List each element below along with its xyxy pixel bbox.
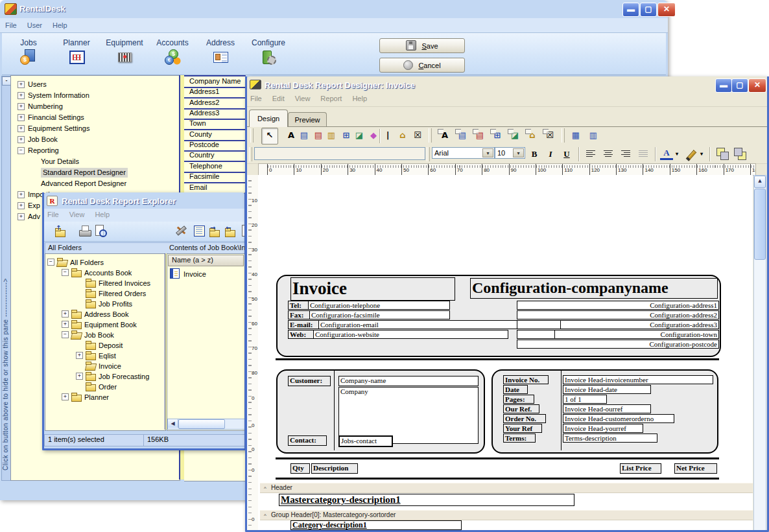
field-row-postcode[interactable]: Postcode	[184, 140, 250, 152]
maximize-button[interactable]: ▢	[640, 3, 657, 17]
highlight-arrow-icon[interactable]: ▾	[698, 147, 705, 161]
label-customer[interactable]: Customer:	[288, 376, 331, 386]
tree-item-your-details[interactable]: Your Details	[11, 156, 180, 167]
field-telephone[interactable]: Configuration-telephone	[308, 301, 450, 310]
highlight-button[interactable]	[685, 147, 698, 161]
print-icon[interactable]	[78, 224, 93, 239]
band-group-header-0[interactable]: ^Group Header[0]: Mastercategory-sortord…	[260, 510, 753, 520]
field-blank-2[interactable]	[517, 330, 557, 339]
tree-expand-icon[interactable]: +	[18, 103, 25, 110]
report-design-canvas[interactable]: Invoice Configuration-companyname Tel: C…	[258, 175, 753, 532]
folder-item-filtered-orders[interactable]: Filtered Orders	[45, 288, 165, 298]
field-order-no[interactable]: Invoice Head-customerorderno	[563, 414, 674, 423]
designer-menu-view[interactable]: View	[290, 93, 316, 104]
field-mastercategory[interactable]: Mastercategory-description1	[279, 494, 574, 506]
explorer-menu-view[interactable]: View	[64, 209, 90, 220]
tree-expand-icon[interactable]: +	[18, 114, 25, 121]
minimize-button[interactable]: ▬	[622, 3, 639, 17]
folder-item-order[interactable]: Order	[45, 382, 165, 391]
db-memo-tool-icon[interactable]: ▤	[454, 128, 471, 145]
font-family-select[interactable]: Arial ▾	[432, 147, 495, 159]
tree-item-users[interactable]: +Users	[11, 79, 180, 89]
designer-close-button[interactable]: ✕	[748, 78, 766, 93]
field-row-facsimile[interactable]: Facsimile	[184, 172, 250, 183]
field-email[interactable]: Configuration-email	[318, 320, 520, 329]
designer-maximize-button[interactable]: ▢	[731, 78, 748, 93]
field-facsimile[interactable]: Configuration-facsimile	[309, 310, 450, 319]
cancel-button[interactable]: Cancel	[379, 58, 465, 73]
field-row-company-name[interactable]: Company Name	[184, 76, 250, 88]
bold-button[interactable]: B	[526, 147, 542, 161]
main-menu-user[interactable]: User	[22, 18, 47, 32]
justify-button[interactable]	[635, 147, 651, 161]
field-date[interactable]: Invoice Head-date	[563, 385, 651, 394]
designer-menu-file[interactable]: File	[245, 93, 267, 104]
font-family-arrow-icon[interactable]: ▾	[482, 148, 493, 157]
label-contact[interactable]: Contact:	[288, 435, 327, 446]
tree-item-financial-settings[interactable]: +Financial Settings	[11, 112, 180, 122]
tab-preview[interactable]: Preview	[288, 112, 327, 127]
tree-expand-icon[interactable]: +	[18, 136, 25, 143]
tree-item-reporting[interactable]: −Reporting	[11, 145, 180, 156]
toolbar-equipment[interactable]: Equipment	[103, 38, 146, 65]
save-button[interactable]: Save	[379, 38, 465, 53]
tree-expand-icon[interactable]: +	[18, 92, 25, 99]
tree-item-numbering[interactable]: +Numbering	[11, 101, 180, 111]
folder-item-job-forecasting[interactable]: +Job Forecasting	[45, 371, 165, 381]
field-address2[interactable]: Configuration-address2	[517, 310, 719, 319]
designer-vscrollbar[interactable]: ▲	[753, 175, 766, 532]
field-row-telephone[interactable]: Telephone	[184, 161, 250, 173]
field-row-address3[interactable]: Address3	[184, 108, 250, 120]
field-row-town[interactable]: Town	[184, 119, 250, 130]
folder-item-job-profits[interactable]: Job Profits	[45, 299, 165, 308]
main-menu-file[interactable]: File	[0, 18, 22, 32]
label-fax[interactable]: Fax:	[288, 310, 311, 319]
crosstab-tool-icon[interactable]: ▥	[585, 128, 602, 145]
up-one-level-icon[interactable]: ↑	[53, 224, 69, 239]
label-tel[interactable]: Tel:	[288, 301, 310, 310]
folder-item-planner[interactable]: +Planner	[45, 392, 165, 402]
underline-button[interactable]: U	[559, 147, 574, 161]
align-center-button[interactable]	[600, 147, 616, 161]
field-website[interactable]: Configuration-website	[313, 330, 508, 339]
send-to-back-button[interactable]	[732, 146, 748, 161]
column-net-price[interactable]: Net Price	[674, 463, 717, 474]
export-report-icon[interactable]: ←	[223, 224, 239, 239]
label-email[interactable]: E-mail:	[288, 320, 320, 329]
tree-expand-icon[interactable]: +	[62, 393, 69, 400]
designer-menu-report[interactable]: Report	[315, 93, 347, 104]
field-row-country[interactable]: Country	[184, 150, 250, 162]
db-text-tool-icon[interactable]: A	[436, 128, 453, 145]
field-blank-1[interactable]	[517, 320, 563, 329]
db-calc-tool-icon[interactable]: ⊞	[489, 128, 506, 145]
field-companyname[interactable]: Configuration-companyname	[470, 278, 718, 299]
main-titlebar[interactable]: RentalDesk	[0, 0, 668, 17]
tree-expand-icon[interactable]: −	[47, 259, 54, 266]
tree-item-equipment-settings[interactable]: +Equipment Settings	[11, 123, 180, 133]
label-order-no[interactable]: Order No.	[503, 414, 546, 423]
label-our-ref[interactable]: Our Ref.	[503, 404, 539, 413]
italic-button[interactable]: I	[543, 147, 558, 161]
tree-expand-icon[interactable]: −	[62, 269, 69, 276]
tree-expand-icon[interactable]: +	[18, 81, 25, 88]
align-left-button[interactable]	[583, 147, 598, 161]
scroll-thumb[interactable]	[178, 419, 225, 429]
folder-item-job-book[interactable]: −Job Book	[45, 330, 165, 340]
field-town[interactable]: Configuration-town	[554, 330, 719, 339]
field-invoice-title[interactable]: Invoice	[290, 277, 455, 301]
field-address1[interactable]: Configuration-address1	[517, 301, 719, 310]
main-menu-help[interactable]: Help	[47, 18, 73, 32]
folder-item-deposit[interactable]: Deposit	[45, 340, 165, 350]
designer-titlebar[interactable]: Rental Desk Report Designer: Invoice	[245, 76, 769, 94]
column-qty[interactable]: Qty	[290, 463, 310, 474]
field-pages[interactable]: 1 of 1	[563, 395, 607, 404]
field-your-ref[interactable]: Invoice Head-yourref	[563, 424, 643, 433]
field-invoice-no[interactable]: Invoice Head-invoicenumber	[563, 375, 713, 384]
tree-expand-icon[interactable]: +	[18, 191, 25, 198]
tree-expand-icon[interactable]: +	[62, 310, 69, 318]
folder-item-equipment-book[interactable]: +Equipment Book	[45, 319, 165, 329]
field-our-ref[interactable]: Invoice Head-ourref	[563, 404, 651, 413]
folder-item-filtered-invoices[interactable]: Filtered Invoices	[45, 278, 165, 288]
tree-expand-icon[interactable]: +	[18, 202, 25, 209]
contents-hscrollbar[interactable]: ◀	[167, 419, 245, 430]
